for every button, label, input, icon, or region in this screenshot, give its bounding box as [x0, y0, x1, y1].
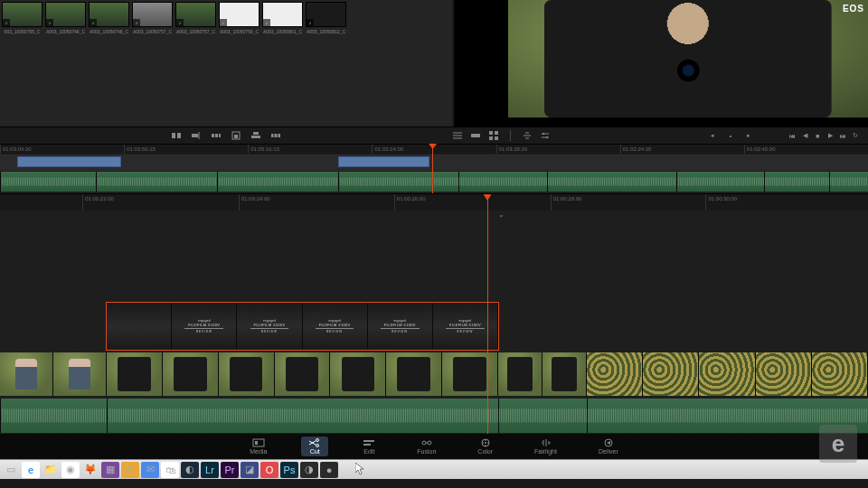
smart-insert-icon[interactable]: [171, 130, 182, 141]
taskbar-app1[interactable]: ▦: [101, 462, 119, 478]
taskbar-mail[interactable]: ✉: [141, 462, 159, 478]
closeup-icon[interactable]: [231, 130, 241, 141]
page-tab-fairlight[interactable]: Fairlight: [527, 436, 564, 456]
clip-thumbnail: [107, 352, 163, 396]
watermark-logo: e: [819, 425, 857, 463]
taskbar-obs[interactable]: ●: [320, 462, 338, 478]
timeline-clip-v1[interactable]: [498, 352, 587, 396]
options-icon[interactable]: [540, 130, 551, 141]
color-icon: [479, 438, 492, 447]
step-back-icon[interactable]: ◀: [799, 130, 810, 141]
lower-timeline[interactable]: 01:00:22:0001:00:24:0001:00:26:0001:00:2…: [0, 194, 868, 434]
clip-thumbnail: [163, 352, 219, 396]
clip-thumbnail: [442, 352, 498, 396]
timeline-clip[interactable]: [338, 156, 429, 167]
taskbar-explorer[interactable]: 📁: [42, 462, 60, 478]
stop-icon[interactable]: ■: [812, 130, 823, 141]
jog-next-icon[interactable]: ▸: [743, 130, 754, 141]
media-pool: ♪003_10050755_C♪A003_10050746_C♪A003_100…: [0, 0, 452, 127]
taskbar-edge[interactable]: e: [22, 462, 40, 478]
jog-prev-icon[interactable]: ◂: [707, 130, 718, 141]
svg-rect-12: [489, 131, 493, 135]
timeline-clip-v1[interactable]: [0, 352, 107, 396]
media-icon: [252, 438, 265, 447]
jog-dot-icon[interactable]: •: [725, 130, 736, 141]
source-overwrite-icon[interactable]: [270, 130, 281, 141]
taskbar-app2[interactable]: ◎: [121, 462, 139, 478]
audio-badge-icon: ♪: [220, 19, 227, 26]
audio-track-1[interactable]: [0, 399, 868, 433]
upper-video-track[interactable]: [0, 155, 868, 171]
ruler-tick: 01:00:28:00: [551, 194, 582, 211]
svg-rect-1: [177, 133, 181, 138]
page-tab-fusion[interactable]: Fusion: [410, 436, 443, 456]
strip-view-icon[interactable]: [470, 130, 481, 141]
grid-view-icon[interactable]: [488, 130, 499, 141]
ruler-tick: 01:03:24:00: [372, 145, 403, 154]
upper-timeline[interactable]: 01:03:04:2001:03:56:1501:05:16:1501:03:2…: [0, 145, 868, 194]
append-icon[interactable]: [191, 130, 202, 141]
svg-point-16: [542, 133, 544, 135]
lower-playhead[interactable]: [487, 194, 488, 434]
ruler-tick: 01:05:16:15: [248, 145, 279, 154]
taskbar-taskview[interactable]: ▭: [2, 462, 20, 478]
svg-rect-18: [253, 439, 264, 446]
preview-viewer: EOS: [454, 0, 868, 127]
svg-rect-10: [271, 134, 280, 137]
cursor-icon: [355, 463, 364, 475]
timeline-clip-v1[interactable]: [587, 352, 868, 396]
lower-timeline-ruler[interactable]: 01:00:22:0001:00:24:0001:00:26:0001:00:2…: [0, 194, 868, 211]
page-tab-cut[interactable]: Cut: [301, 436, 328, 456]
page-tab-color[interactable]: Color: [470, 436, 500, 456]
media-clip[interactable]: ♪A003_10050759_C: [219, 2, 259, 34]
media-clip[interactable]: ♪A003_10050748_C: [89, 2, 129, 34]
taskbar-photoshop[interactable]: Ps: [280, 462, 298, 478]
timeline-clip-v1[interactable]: [107, 352, 498, 396]
media-clip[interactable]: ♪A003_10050746_C: [45, 2, 86, 34]
taskbar-chrome[interactable]: ◉: [61, 462, 80, 478]
go-start-icon[interactable]: ⏮: [787, 130, 797, 141]
media-clip[interactable]: ♪A003_10050812_C: [306, 2, 346, 34]
svg-point-17: [546, 136, 548, 138]
page-tab-edit[interactable]: Edit: [355, 436, 382, 456]
media-clip[interactable]: ♪003_10050755_C: [2, 2, 42, 34]
media-clip[interactable]: ♪A003_10050757_C: [175, 2, 216, 34]
loop-icon[interactable]: ↻: [850, 130, 861, 141]
page-tab-label: Fairlight: [534, 448, 557, 455]
ripple-icon[interactable]: [211, 130, 222, 141]
clip-thumbnail: [275, 352, 331, 396]
page-navigation: MediaCutEditFusionColorFairlightDeliver: [0, 434, 868, 459]
media-clip[interactable]: ♪A003_10050757_C: [132, 2, 173, 34]
taskbar-opera[interactable]: O: [260, 462, 278, 478]
page-tab-deliver[interactable]: Deliver: [591, 436, 626, 456]
clip-thumbnail: [643, 352, 699, 396]
page-tab-media[interactable]: Media: [242, 436, 274, 456]
place-on-top-icon[interactable]: [250, 130, 261, 141]
page-tab-label: Deliver: [599, 448, 618, 455]
video-track-1[interactable]: [0, 352, 868, 396]
tools-icon[interactable]: [522, 130, 533, 141]
taskbar-firefox[interactable]: 🦊: [81, 462, 99, 478]
go-end-icon[interactable]: ⏭: [837, 130, 848, 141]
upper-playhead[interactable]: [432, 145, 433, 193]
timeline-clip-v2[interactable]: engagedFUJIFILM X100VREVIEWengagedFUJIFI…: [107, 303, 498, 350]
audio-badge-icon: ♪: [133, 19, 140, 26]
taskbar-premiere[interactable]: Pr: [221, 462, 239, 478]
taskbar-steam[interactable]: ◐: [181, 462, 199, 478]
clip-thumbnail: [219, 352, 275, 396]
taskbar-resolve[interactable]: ◑: [300, 462, 318, 478]
svg-rect-3: [212, 134, 214, 137]
video-track-2[interactable]: engagedFUJIFILM X100VREVIEWengagedFUJIFI…: [0, 303, 868, 350]
media-clip[interactable]: ♪A003_10050801_C: [262, 2, 303, 34]
upper-audio-track[interactable]: [0, 172, 868, 192]
play-icon[interactable]: ▶: [825, 130, 835, 141]
taskbar-lightroom[interactable]: Lr: [201, 462, 219, 478]
timeline-clip[interactable]: [17, 156, 121, 167]
clip-thumbnail: [386, 352, 442, 396]
clip-thumbnail: engagedFUJIFILM X100VREVIEW: [172, 303, 237, 350]
list-view-icon[interactable]: [452, 130, 463, 141]
taskbar-app3[interactable]: ◪: [241, 462, 259, 478]
audio-badge-icon: ♪: [46, 19, 53, 26]
media-clip-label: A003_10050812_C: [306, 29, 346, 34]
taskbar-store[interactable]: 🛍: [161, 462, 179, 478]
